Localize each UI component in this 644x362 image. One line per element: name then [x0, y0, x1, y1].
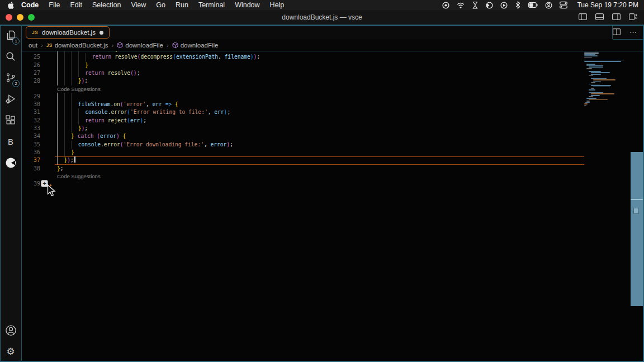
menu-terminal[interactable]: Terminal [193, 1, 230, 9]
indent-guide [64, 125, 72, 132]
line-content [50, 93, 644, 101]
line-number: 37 [21, 156, 50, 164]
activitybar-accounts-icon[interactable] [0, 320, 21, 341]
more-actions-icon[interactable]: ⋯ [629, 28, 637, 36]
menu-window[interactable]: Window [230, 1, 264, 9]
code-line-25[interactable]: 25return resolve(decompress(extensionPat… [21, 53, 644, 61]
menu-go[interactable]: Go [151, 1, 171, 9]
toggle-secondary-sidebar-icon[interactable] [612, 13, 621, 20]
menu-run[interactable]: Run [171, 1, 193, 9]
battery-icon[interactable] [528, 2, 538, 8]
code-line-39[interactable]: 39+ [21, 180, 644, 188]
code-line-29[interactable]: 29 [21, 93, 644, 101]
activitybar-extension-b[interactable]: B [0, 131, 21, 152]
indent-guide [64, 101, 72, 108]
indent-guide [85, 53, 92, 61]
indent-guide [71, 125, 78, 132]
code-line-34[interactable]: 34} catch (error) { [21, 132, 644, 140]
menu-edit[interactable]: Edit [65, 1, 87, 9]
menu-file[interactable]: File [44, 1, 65, 9]
screen-time-icon[interactable] [486, 2, 493, 9]
gear-icon: ⚙ [6, 346, 15, 358]
hourglass-icon[interactable] [472, 1, 479, 9]
breadcrumb-item-downloadfile[interactable]: downloadFile [117, 42, 163, 49]
menu-view[interactable]: View [126, 1, 151, 9]
scrollbar-handle[interactable] [633, 208, 639, 214]
minimap-line [589, 92, 603, 93]
menu-code[interactable]: Code [16, 1, 44, 9]
split-editor-icon[interactable] [613, 28, 621, 35]
line-number: 34 [21, 132, 50, 140]
code-editor[interactable]: 24if (acc) {25return resolve(decompress(… [21, 51, 644, 362]
apple-menu-icon[interactable] [8, 2, 14, 9]
line-content: return resolve(decompress(extensionPath,… [50, 53, 644, 61]
tab-downloadBucket[interactable]: JS downloadBucket.js [26, 26, 110, 39]
minimap-line [584, 103, 588, 104]
active-indent-guide [57, 117, 64, 125]
breadcrumb-item-downloadfile[interactable]: downloadFile [172, 42, 219, 49]
code-line-28[interactable]: 28}); [21, 77, 644, 85]
code-line-30[interactable]: 30fileStream.on('error', err => { [21, 101, 644, 108]
line-content: fileStream.on('error', err => { [50, 101, 644, 108]
minimap[interactable] [584, 53, 629, 362]
menu-selection[interactable]: Selection [87, 1, 126, 9]
editor-group: JS downloadBucket.js ⋯ out›JSdownloadBuc… [21, 25, 644, 362]
activitybar-run-debug-icon[interactable] [0, 88, 21, 109]
code-line-32[interactable]: 32return reject(err); [21, 117, 644, 125]
line-content: }); [50, 125, 644, 132]
activitybar-explorer-icon[interactable]: 1 [0, 25, 21, 46]
activitybar-source-control-icon[interactable]: 2 [0, 67, 21, 88]
wifi-icon[interactable] [457, 2, 465, 8]
customize-layout-icon[interactable] [629, 13, 637, 20]
activitybar-extensions-icon[interactable] [0, 109, 21, 131]
add-line-button[interactable]: + [41, 180, 48, 187]
code-line-35[interactable]: 35console.error('Error downloading file:… [21, 141, 644, 149]
indent-guide [71, 141, 78, 149]
scrollbar[interactable] [631, 152, 643, 306]
code-suggestions-label: Code Suggestions [21, 173, 644, 180]
active-indent-guide [57, 77, 64, 85]
bluetooth-icon[interactable] [515, 1, 521, 9]
activitybar-settings-icon[interactable]: ⚙ [0, 341, 21, 362]
indent-guide [71, 69, 78, 77]
indent-guide [71, 93, 78, 101]
line-number: 36 [21, 149, 50, 156]
line-number: 32 [21, 117, 50, 125]
toggle-panel-icon[interactable] [595, 13, 604, 20]
indent-guide [78, 108, 86, 116]
indent-guide [71, 101, 78, 108]
breadcrumb: out›JSdownloadBucket.js›downloadFile›dow… [21, 39, 644, 51]
line-content: console.error('Error writing to file:', … [50, 108, 644, 116]
indent-guide [78, 61, 86, 69]
minimap-line [589, 75, 593, 77]
menubar-clock[interactable]: Tue Sep 19 7:20 PM [577, 1, 638, 9]
toggle-primary-sidebar-icon[interactable] [579, 13, 587, 20]
menu-help[interactable]: Help [265, 1, 290, 9]
window-border-left [0, 25, 1, 362]
play-circle-icon[interactable] [500, 2, 508, 9]
indent-guide [71, 53, 78, 61]
indent-guide [64, 69, 72, 77]
code-line-33[interactable]: 33}); [21, 125, 644, 132]
user-switch-icon[interactable] [545, 2, 552, 9]
control-center-icon[interactable] [560, 1, 567, 9]
activitybar-circular-logo-icon[interactable] [0, 152, 21, 173]
vscode-main: 12B ⚙ JS downloadBucket.js ⋯ out›JSdownl… [0, 25, 644, 362]
breadcrumb-item-out[interactable]: out [29, 42, 37, 49]
code-line-31[interactable]: 31console.error('Error writing to file:'… [21, 108, 644, 116]
activitybar-search-icon[interactable] [0, 46, 21, 67]
breadcrumb-item-downloadbucket-js[interactable]: JSdownloadBucket.js [46, 42, 108, 49]
code-line-26[interactable]: 26} [21, 61, 644, 69]
code-line-36[interactable]: 36} [21, 149, 644, 156]
minimap-line [591, 85, 611, 86]
modified-dot-icon[interactable] [100, 31, 103, 35]
indent-guide [71, 61, 78, 69]
code-line-37[interactable]: 37}); [21, 156, 644, 164]
screen-record-icon[interactable] [442, 2, 449, 9]
minimap-line [586, 65, 603, 66]
window-border-top [0, 25, 644, 26]
code-line-27[interactable]: 27return resolve(); [21, 69, 644, 77]
line-number: 27 [21, 69, 50, 77]
code-line-38[interactable]: 38}; [21, 165, 644, 173]
line-number: 38 [21, 165, 50, 173]
